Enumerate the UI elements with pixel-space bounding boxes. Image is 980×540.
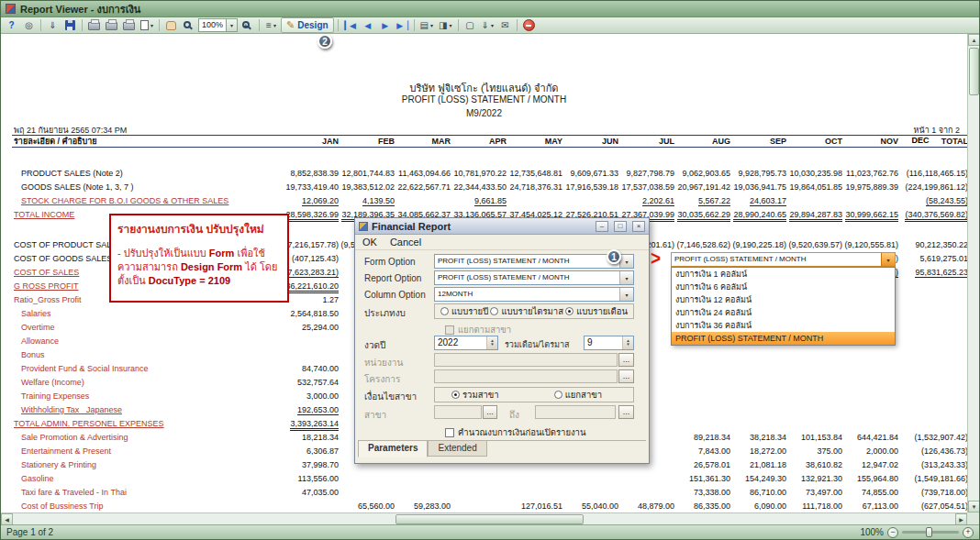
stop-button[interactable]	[521, 18, 537, 33]
vertical-scrollbar[interactable]: ▲ ▼	[967, 34, 979, 512]
spinner-arrows-icon[interactable]: ▲▼	[486, 336, 497, 349]
combo-list-item[interactable]: งบการเงิน 24 คอลัมน์	[672, 306, 895, 319]
stop-icon	[523, 19, 535, 31]
radio-monthly[interactable]: แบบรายเดือน	[565, 304, 628, 318]
zoom-in-button-status[interactable]: +	[963, 527, 974, 538]
zoom-out-button[interactable]: −	[887, 527, 898, 538]
row-label: Welfare (Income)	[12, 378, 284, 387]
radio-all-branches[interactable]: รวมสาขา	[451, 388, 499, 402]
cell-value: 24,603.17	[731, 196, 787, 205]
combo-list-item[interactable]: PROFIT (LOSS) STATEMENT / MONTH	[672, 332, 895, 345]
radio-quarterly[interactable]: แบบรายไตรมาส	[490, 304, 563, 318]
chevron-down-icon[interactable]: ▾	[619, 271, 633, 284]
report-type-label: ประเภทงบ	[364, 306, 406, 320]
chevron-down-icon: ▾	[273, 22, 276, 28]
find-button[interactable]: ◎	[21, 18, 37, 33]
combo-list-item[interactable]: งบการเงิน 6 คอลัมน์	[672, 281, 895, 293]
minimize-icon: –	[600, 222, 604, 230]
chevron-down-icon[interactable]: ▾	[226, 19, 237, 31]
first-page-button[interactable]: ▎◀	[342, 18, 358, 33]
calc-before-open-checkbox[interactable]: คำนวณงบการเงินก่อนเปิดรายงาน	[445, 425, 585, 439]
chevron-down-icon[interactable]: ▾	[881, 253, 895, 266]
form-option-combo[interactable]: PROFIT (LOSS) STATEMENT / MONTH ▾	[434, 254, 634, 269]
tab-extended[interactable]: Extended	[428, 441, 486, 457]
close-icon: ×	[637, 222, 641, 230]
help-button[interactable]: ?	[4, 18, 19, 33]
combo-list-item[interactable]: งบการเงิน 1 คอลัมน์	[672, 268, 895, 281]
chevron-down-icon[interactable]: ▾	[619, 255, 633, 268]
cell-value: 127,016.51	[507, 501, 563, 511]
export-button[interactable]: ⇓	[45, 18, 61, 33]
scroll-up-button[interactable]: ▲	[968, 34, 980, 46]
radio-split-branches[interactable]: แยกสาขา	[554, 388, 602, 402]
zoom-out-icon: −	[890, 528, 895, 536]
zoom-button[interactable]	[181, 18, 196, 33]
zoom-slider[interactable]	[902, 531, 959, 534]
column-option-combo[interactable]: 12MONTH ▾	[434, 287, 634, 302]
popup-combo-display[interactable]: PROFIT (LOSS) STATEMENT / MONTH ▾	[671, 252, 896, 267]
copy-button[interactable]: ▢	[462, 18, 478, 33]
print-setup-button[interactable]	[86, 18, 102, 33]
combo-list-item[interactable]: งบการเงิน 36 คอลัมน์	[672, 319, 895, 332]
dialog-maximize-button[interactable]: □	[614, 221, 627, 232]
spinner-arrows-icon[interactable]: ▲▼	[622, 336, 633, 349]
branch-from-browse-button[interactable]: ...	[483, 405, 497, 419]
page-setup-icon	[140, 20, 149, 30]
report-option-combo[interactable]: PROFIT (LOSS) STATEMENT / MONTH ▾	[434, 270, 634, 285]
row-label: PRODUCT SALES (Note 2)	[12, 169, 284, 178]
ok-menu-item[interactable]: OK	[362, 237, 377, 248]
last-page-button[interactable]: ▶▕	[395, 18, 410, 33]
chevron-down-icon: ▾	[491, 22, 494, 28]
cell-value: 9,609,671.33	[563, 169, 619, 178]
prev-page-button[interactable]: ◀	[360, 18, 375, 33]
horizontal-scrollbar[interactable]: ◀ ▶	[1, 512, 967, 524]
report-title: PROFIT (LOSS) STATEMENT / MONTH	[1, 94, 967, 105]
period-month-spinner[interactable]: 9 ▲▼	[584, 336, 634, 350]
save-button[interactable]	[62, 18, 78, 33]
zoom-slider-thumb[interactable]	[926, 527, 932, 537]
cancel-menu-item[interactable]: Cancel	[390, 237, 421, 248]
next-page-button[interactable]: ▶	[377, 18, 393, 33]
form-option-value: PROFIT (LOSS) STATEMENT / MONTH	[435, 255, 619, 268]
goto-page-button[interactable]: ▤▾	[418, 18, 435, 33]
project-input[interactable]	[434, 369, 618, 383]
design-button[interactable]: ✎ Design	[281, 17, 334, 33]
cell-value: 73,497.00	[787, 488, 843, 497]
cell-total: (126,436.73)	[899, 446, 967, 456]
combo-list-item[interactable]: งบการเงิน 12 คอลัมน์	[672, 293, 895, 306]
background-button[interactable]: ◨▾	[437, 18, 453, 33]
dialog-minimize-button[interactable]: –	[596, 221, 608, 232]
cell-value: 38,610.82	[787, 460, 843, 469]
email-button[interactable]: ✉	[497, 18, 513, 33]
zoom-in-button[interactable]	[239, 18, 255, 33]
scroll-down-button[interactable]: ▼	[968, 501, 980, 512]
print-preview-button[interactable]	[121, 18, 137, 33]
row-label: Allowance	[12, 336, 284, 346]
chevron-down-icon[interactable]: ▾	[619, 288, 633, 301]
zoom-level-combo[interactable]: 100% ▾	[198, 18, 238, 32]
vertical-scroll-thumb[interactable]	[969, 48, 979, 95]
page-setup-button[interactable]: ▾	[139, 18, 155, 33]
split-branch-checkbox[interactable]: แยกตามสาขา	[445, 323, 511, 336]
dialog-titlebar[interactable]: Financial Report – □ ×	[355, 218, 649, 235]
pan-button[interactable]	[163, 18, 179, 33]
column-header: APR	[451, 137, 507, 146]
dialog-title: Financial Report	[372, 221, 590, 232]
project-browse-button[interactable]: ...	[618, 369, 634, 383]
radio-yearly[interactable]: แบบรายปี	[440, 304, 488, 318]
dialog-close-button[interactable]: ×	[632, 221, 645, 232]
horizontal-scroll-thumb[interactable]	[395, 514, 584, 524]
cell-value: 6,090.00	[731, 501, 787, 511]
department-browse-button[interactable]: ...	[618, 353, 634, 367]
department-input[interactable]	[434, 353, 618, 367]
branch-from-input[interactable]	[434, 405, 482, 419]
period-year-spinner[interactable]: 2022 ▲▼	[434, 336, 498, 350]
view-mode-button[interactable]: ≡▾	[263, 18, 279, 33]
print-button[interactable]	[104, 18, 119, 33]
report-viewer-window: Report Viewer - งบการเงิน ? ◎ ⇓ ▾ 100% ▾…	[0, 0, 980, 540]
branch-to-input[interactable]	[535, 405, 616, 419]
export-report-button[interactable]: ⇓▾	[480, 18, 496, 33]
magnifier-icon	[184, 21, 191, 28]
tab-parameters[interactable]: Parameters	[358, 440, 428, 457]
branch-to-browse-button[interactable]: ...	[618, 405, 634, 419]
